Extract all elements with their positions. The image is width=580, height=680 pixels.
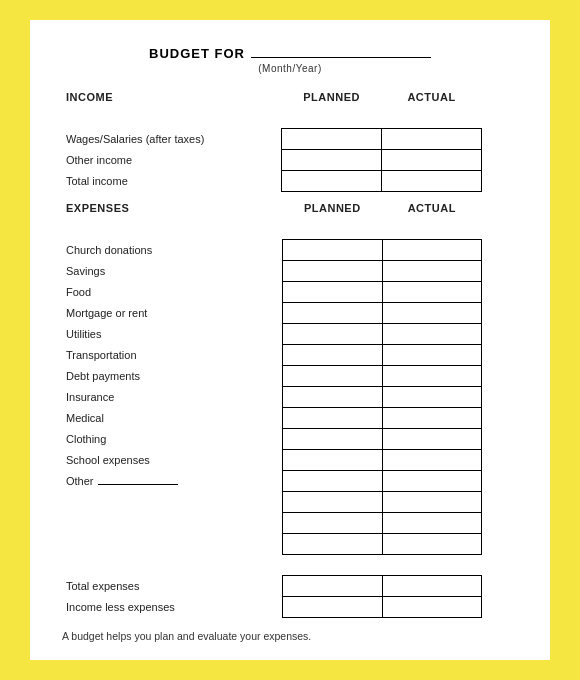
total-expenses-planned[interactable] xyxy=(283,576,383,597)
expenses-header-row: EXPENSES PLANNED ACTUAL xyxy=(62,198,482,219)
expense-row-5: Transportation xyxy=(62,345,482,366)
transportation-label: Transportation xyxy=(62,345,283,366)
income-less-label: Income less expenses xyxy=(62,597,283,618)
expenses-actual-header: ACTUAL xyxy=(382,198,481,219)
month-year-label: (Month/Year) xyxy=(258,63,321,74)
expense-row-1: Savings xyxy=(62,261,482,282)
income-row-1: Other income xyxy=(62,149,482,170)
expenses-section-label: EXPENSES xyxy=(62,198,283,219)
expense-spacer-row-2 xyxy=(62,555,482,576)
income-actual-1[interactable] xyxy=(382,149,482,170)
expense-row-7: Insurance xyxy=(62,387,482,408)
expense-row-6: Debt payments xyxy=(62,366,482,387)
income-section-label: INCOME xyxy=(62,86,282,107)
expense-row-9: Clothing xyxy=(62,429,482,450)
income-total-row: Total income xyxy=(62,170,482,191)
footer-note: A budget helps you plan and evaluate you… xyxy=(62,630,311,642)
expense-row-3: Mortgage or rent xyxy=(62,303,482,324)
income-actual-total[interactable] xyxy=(382,170,482,191)
expense-row-blank-2 xyxy=(62,513,482,534)
income-planned-header: PLANNED xyxy=(282,86,382,107)
income-table: INCOME PLANNED ACTUAL Wages/Salaries (af… xyxy=(62,86,482,192)
expenses-table: EXPENSES PLANNED ACTUAL Church donations… xyxy=(62,198,482,619)
expense-row-11: Other xyxy=(62,471,482,492)
expense-row-blank-3 xyxy=(62,534,482,555)
expense-row-4: Utilities xyxy=(62,324,482,345)
expense-row-10: School expenses xyxy=(62,450,482,471)
title-underline xyxy=(251,44,431,58)
income-less-actual[interactable] xyxy=(382,597,481,618)
income-row-0: Wages/Salaries (after taxes) xyxy=(62,128,482,149)
income-less-planned[interactable] xyxy=(283,597,383,618)
expense-row-2: Food xyxy=(62,282,482,303)
income-less-expenses-row: Income less expenses xyxy=(62,597,482,618)
budget-page: BUDGET FOR (Month/Year) INCOME PLANNED A… xyxy=(30,20,550,660)
income-planned-total[interactable] xyxy=(282,170,382,191)
total-expenses-actual[interactable] xyxy=(382,576,481,597)
income-spacer-row xyxy=(62,107,482,128)
expense-row-8: Medical xyxy=(62,408,482,429)
budget-for-label: BUDGET FOR xyxy=(149,46,245,61)
income-planned-0[interactable] xyxy=(282,128,382,149)
expenses-planned-header: PLANNED xyxy=(283,198,383,219)
income-header-row: INCOME PLANNED ACTUAL xyxy=(62,86,482,107)
budget-title: BUDGET FOR (Month/Year) xyxy=(62,44,518,74)
other-underline xyxy=(98,471,178,485)
expense-row-blank-1 xyxy=(62,492,482,513)
expense-row-0: Church donations xyxy=(62,240,482,261)
total-expenses-row: Total expenses xyxy=(62,576,482,597)
income-planned-1[interactable] xyxy=(282,149,382,170)
expenses-spacer-row xyxy=(62,219,482,240)
income-actual-0[interactable] xyxy=(382,128,482,149)
income-actual-header: ACTUAL xyxy=(382,86,482,107)
total-expenses-label: Total expenses xyxy=(62,576,283,597)
